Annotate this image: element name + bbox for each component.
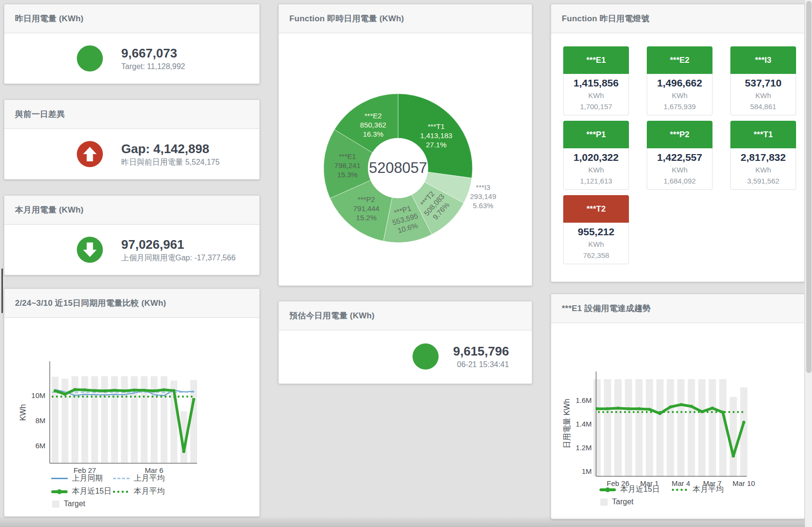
y-tick-label: 8M	[35, 416, 45, 425]
panel-header: 與前一日差異	[4, 100, 259, 129]
tile-unit: KWh	[564, 239, 628, 250]
panel-body: 9,615,796 06-21 15:34:41	[279, 330, 532, 384]
panel-title-yesterday-usage[interactable]: 昨日用電量 (KWh)	[15, 13, 84, 24]
series-point	[73, 388, 76, 391]
tile-status-header: ***T2	[563, 195, 629, 223]
tile-status-header: ***I3	[730, 46, 796, 74]
legend-label: Target	[64, 499, 85, 508]
tile-body: 1,496,662KWh1,675,939	[647, 74, 712, 115]
prev-day-gap-subtitle: 昨日與前日用電量 5,524,175	[121, 157, 220, 168]
tile-status-header: ***E1	[563, 46, 629, 74]
tile-value: 955,212	[564, 225, 628, 239]
scrollbar-thumb[interactable]	[806, 1, 812, 373]
series-point	[742, 421, 745, 424]
legend-item-thick[interactable]: 本月近15日	[599, 484, 672, 495]
series-point	[63, 393, 66, 396]
legend-swatch-dots-icon	[672, 489, 688, 491]
status-tile-t2: ***T2955,212KWh762,358	[563, 195, 629, 264]
y-axis-title: 日用電量 KWh	[563, 399, 571, 448]
tile-body: 1,020,322KWh1,121,613	[563, 148, 629, 190]
legend-item-line[interactable]: 上月同期	[51, 473, 113, 484]
panel-body: 97,026,961 上個月同期用電Gap: -17,377,566	[4, 225, 259, 275]
estimate-today-value: 9,615,796	[453, 343, 509, 359]
dashboard: { "colors": { "page_bg": "#e1e1e1", "gre…	[0, 0, 812, 527]
series-point	[711, 407, 714, 410]
tile-status-header: ***E2	[647, 46, 712, 74]
tile-unit: KWh	[564, 90, 628, 101]
legend-item-dots[interactable]: 本月平均	[672, 484, 759, 495]
status-tile-p1: ***P11,020,322KWh1,121,613	[563, 121, 629, 190]
panel-title-month-usage[interactable]: 本月用電量 (KWh)	[15, 204, 84, 215]
legend-item-dash[interactable]: 上月平均	[113, 473, 200, 484]
tile-target: 1,675,939	[647, 101, 712, 112]
legend-label: Target	[612, 498, 633, 506]
y-tick-label: 1M	[582, 467, 592, 475]
tile-unit: KWh	[647, 90, 712, 101]
tile-body: 2,817,832KWh3,591,562	[730, 148, 796, 190]
tile-body: 1,415,856KWh1,700,157	[563, 74, 629, 115]
panel-realtime-donut: Function 即時日用電量 (KWh) ***T11,413,18327.1…	[278, 4, 532, 286]
tile-body: 1,422,557KWh1,684,092	[647, 148, 712, 190]
tile-body: 537,710KWh584,861	[730, 74, 796, 115]
y-axis-title: KWh	[19, 404, 27, 421]
yesterday-usage-value: 9,667,073	[121, 45, 185, 61]
yesterday-usage-target: Target: 11,128,992	[121, 61, 185, 72]
legend-item-dots[interactable]: 本月平均	[113, 486, 200, 497]
series-point	[669, 405, 672, 408]
tile-target: 762,358	[564, 250, 628, 261]
series-point	[638, 407, 641, 410]
status-tile-p2: ***P21,422,557KWh1,684,092	[647, 121, 712, 190]
legend-swatch-line-icon	[51, 478, 68, 479]
panel-title-yesterday-lights[interactable]: Function 昨日用電燈號	[562, 13, 649, 24]
y-tick-label: 6M	[35, 442, 45, 450]
legend-item-thick[interactable]: 本月近15日	[51, 486, 113, 497]
tile-value: 1,496,662	[647, 76, 712, 90]
series-point	[133, 388, 136, 391]
tile-value: 1,020,322	[564, 150, 628, 164]
tile-unit: KWh	[647, 164, 712, 175]
legend-label: 本月近15日	[72, 486, 112, 497]
window-edge-artifact	[1, 269, 3, 313]
e1-trend-legend: 本月近15日本月平均Target	[599, 484, 759, 506]
donut-slice-label: ***I3293,1495.63%	[470, 183, 496, 210]
series-point	[54, 389, 57, 392]
series-point	[83, 388, 86, 391]
series-point	[142, 389, 145, 392]
series-point	[596, 407, 598, 410]
panel-body: 9,667,073 Target: 11,128,992	[4, 33, 259, 84]
panel-title-prev-day-gap[interactable]: 與前一日差異	[15, 109, 65, 120]
status-circle-icon	[413, 343, 439, 370]
legend-item-square[interactable]: Target	[51, 499, 113, 508]
panel-title-estimate-today[interactable]: 預估今日用電量 (KWh)	[289, 310, 374, 321]
series-point	[616, 407, 619, 410]
tile-target: 3,591,562	[731, 175, 796, 186]
status-tile-t1: ***T12,817,832KWh3,591,562	[730, 121, 796, 190]
series-point	[606, 407, 609, 410]
tile-value: 2,817,832	[731, 150, 796, 164]
donut-center-total: 5208057	[369, 159, 427, 176]
tile-unit: KWh	[731, 90, 796, 101]
month-usage-value: 97,026,961	[121, 237, 236, 252]
series-point	[182, 450, 185, 453]
tile-body: 955,212KWh762,358	[563, 223, 629, 264]
series-point	[721, 411, 724, 413]
panel-prev-day-gap: 與前一日差異 Gap: 4,142,898 昨日與前日用電量 5,524,175	[4, 100, 260, 180]
legend-label: 上月平均	[134, 473, 165, 484]
series-point	[732, 455, 735, 457]
legend-item-square[interactable]: Target	[599, 498, 672, 506]
compare15-legend: 上月同期上月平均本月近15日本月平均Target	[51, 473, 200, 508]
series-point	[153, 389, 156, 392]
status-tiles-grid: ***E11,415,856KWh1,700,157***E21,496,662…	[563, 46, 796, 264]
legend-label: 上月同期	[72, 473, 103, 484]
legend-label: 本月平均	[693, 484, 724, 495]
tile-status-header: ***P1	[563, 121, 629, 148]
legend-swatch-square-icon	[52, 500, 59, 508]
tile-value: 537,710	[731, 76, 796, 90]
tile-unit: KWh	[564, 164, 628, 175]
y-tick-label: 1.2M	[576, 443, 592, 452]
target-bars	[594, 379, 748, 476]
panel-15day-comparison: 2/24~3/10 近15日同期用電量比較 (KWh) 6M8M10MFeb 2…	[4, 288, 260, 517]
series-point	[627, 407, 630, 410]
vertical-scrollbar[interactable]	[805, 0, 812, 527]
estimate-today-timestamp: 06-21 15:34:41	[453, 359, 509, 370]
